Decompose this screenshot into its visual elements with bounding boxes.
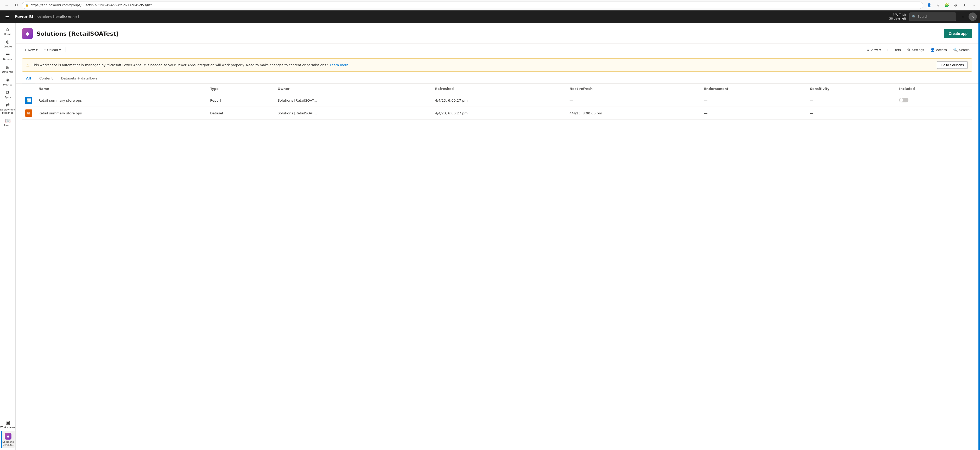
row-included [896,107,972,120]
home-icon: ⌂ [6,27,9,32]
row-icon-cell: 📊 [22,94,35,107]
refresh-button[interactable]: ↻ [13,2,20,9]
filters-icon: ⊟ [887,48,891,52]
sidebar-item-datahub[interactable]: ⊞ Data hub [1,63,14,75]
settings-button[interactable]: ⚙ Settings [905,46,927,53]
sidebar-item-workspaces[interactable]: ▣ Workspaces [1,418,14,430]
sidebar-label-deployment: Deployment pipelines [0,108,15,114]
row-included[interactable] [896,94,972,107]
warning-icon: ⚠ [26,63,30,67]
access-button[interactable]: 👤 Access [928,46,950,53]
ppu-trial-info: PPU Trial: 38 days left [889,13,906,21]
row-refreshed: 4/4/23, 6:00:27 pm [432,107,566,120]
search-label: Search [959,48,970,52]
new-button[interactable]: + New ▾ [22,46,40,53]
address-bar[interactable]: 🔒 https://app.powerbi.com/groups/08ecf95… [22,2,923,9]
row-endorsement: — [701,94,807,107]
row-next-refresh: — [566,94,701,107]
row-icon-cell: ⊞ [22,107,35,120]
sidebar-item-create[interactable]: ⊕ Create [1,38,14,49]
browser-chrome: ← ↻ 🔒 https://app.powerbi.com/groups/08e… [0,0,980,10]
back-button[interactable]: ← [3,2,10,9]
toolbar: + New ▾ ↑ Upload ▾ ≡ View ▾ [16,43,978,56]
sidebar-item-deployment[interactable]: ⇄ Deployment pipelines [1,101,14,116]
col-header-type: Type [207,84,274,94]
sidebar-item-learn[interactable]: 📖 Learn [1,116,14,128]
hamburger-button[interactable]: ☰ [3,13,11,21]
user-avatar[interactable]: A [969,13,977,21]
table-header-row: Name Type Owner Refreshed Next refresh E… [22,84,972,94]
row-type-icon: 📊 [25,97,32,104]
search-placeholder: Search [918,15,928,19]
create-app-button[interactable]: Create app [944,29,972,38]
view-label: View [871,48,878,52]
learn-more-link[interactable]: Learn more [330,63,348,67]
table-row[interactable]: ⊞ Retail summary store ops Dataset Solut… [22,107,972,120]
app-name: Power BI [14,14,33,19]
search-toolbar-icon: 🔍 [953,48,958,52]
view-button[interactable]: ≡ View ▾ [864,46,883,53]
extensions-icon[interactable]: 🧩 [943,2,950,9]
col-header-owner: Owner [275,84,432,94]
browser-toolbar: 👤 ☆ 🧩 ⚙ ★ ⋯ [925,2,977,9]
table-row[interactable]: 📊 Retail summary store ops Report Soluti… [22,94,972,107]
top-search-box[interactable]: 🔍 Search [909,13,956,21]
content-table: Name Type Owner Refreshed Next refresh E… [22,84,972,120]
page-title: Solutions [RetailSOATest] [37,30,119,37]
deployment-icon: ⇄ [6,103,10,107]
row-type-icon: ⊞ [25,109,32,117]
sidebar-label-solutions: Solutions [RetailSO...] [1,440,15,446]
tab-datasets[interactable]: Datasets + dataflows [57,74,102,83]
sidebar-label-learn: Learn [4,124,11,127]
favorites-icon[interactable]: ★ [961,2,968,9]
new-icon: + [24,48,27,52]
upload-label: Upload [47,48,58,52]
sidebar: ⌂ Home ⊕ Create ☰ Browse ⊞ Data hub ◈ Me… [0,23,16,450]
col-header-endorsement: Endorsement [701,84,807,94]
row-owner: Solutions [RetailSOAT... [275,107,432,120]
workspace-name-nav: Solutions [RetailSOATest] [37,15,79,19]
learn-icon: 📖 [5,118,11,123]
new-label: New [28,48,35,52]
workspace-logo: ◆ [22,28,33,39]
settings-icon[interactable]: ⚙ [952,2,959,9]
included-toggle[interactable] [899,98,908,102]
more-icon[interactable]: ⋯ [970,2,977,9]
sidebar-item-solutions[interactable]: ◆ Solutions [RetailSO...] [1,431,14,448]
col-header-refreshed: Refreshed [432,84,566,94]
row-name: Retail summary store ops [35,94,207,107]
row-type: Dataset [207,107,274,120]
sidebar-label-datahub: Data hub [2,70,14,73]
warning-text: This workspace is automatically managed … [32,63,934,67]
view-chevron-icon: ▾ [879,48,881,52]
profile-icon[interactable]: 👤 [925,2,932,9]
sidebar-item-metrics[interactable]: ◈ Metrics [1,75,14,88]
search-button[interactable]: 🔍 Search [951,46,972,53]
settings-icon: ⚙ [907,48,910,52]
new-chevron-icon: ▾ [36,48,38,52]
star-icon[interactable]: ☆ [934,2,942,9]
go-to-solutions-button[interactable]: Go to Solutions [937,61,968,69]
top-nav: ☰ Power BI Solutions [RetailSOATest] PPU… [0,10,980,23]
page-content: ◆ Solutions [RetailSOATest] Create app +… [16,23,978,450]
col-header-next-refresh: Next refresh [566,84,701,94]
sidebar-label-create: Create [4,45,12,48]
top-more-button[interactable]: ⋯ [959,13,966,20]
toolbar-separator-1 [65,47,66,53]
warning-banner: ⚠ This workspace is automatically manage… [22,58,972,72]
row-sensitivity: — [807,107,896,120]
tab-all[interactable]: All [22,74,35,83]
sidebar-item-home[interactable]: ⌂ Home [1,25,14,37]
col-header-included: Included [896,84,972,94]
filters-button[interactable]: ⊟ Filters [885,46,904,53]
upload-chevron-icon: ▾ [59,48,61,52]
metrics-icon: ◈ [6,78,10,82]
row-endorsement: — [701,107,807,120]
sidebar-item-browse[interactable]: ☰ Browse [1,50,14,62]
upload-button[interactable]: ↑ Upload ▾ [41,46,64,53]
row-next-refresh: 4/4/23, 8:00:00 pm [566,107,701,120]
col-header-name-label: Name [35,84,207,94]
tab-content[interactable]: Content [35,74,57,83]
workspaces-icon: ▣ [5,420,10,425]
sidebar-item-apps[interactable]: ⧉ Apps [1,88,14,100]
